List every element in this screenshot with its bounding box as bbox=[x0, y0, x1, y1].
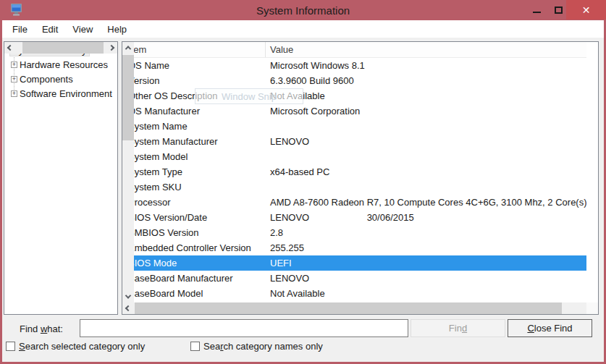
details-list-pane: Item Value OS NameMicrosoft Windows 8.1 … bbox=[122, 41, 599, 315]
tree-item-software-environment[interactable]: + Software Environment bbox=[4, 87, 112, 100]
tree-item-hardware-resources[interactable]: + Hardware Resources bbox=[4, 58, 108, 71]
table-row[interactable]: System Model bbox=[122, 149, 586, 164]
menu-file[interactable]: File bbox=[5, 22, 35, 37]
table-row[interactable]: SMBIOS Version2.8 bbox=[122, 225, 586, 240]
menu-help[interactable]: Help bbox=[100, 22, 134, 37]
table-row[interactable]: System Name bbox=[122, 119, 586, 134]
tree-item-label: Components bbox=[20, 74, 73, 85]
list-horizontal-scrollbar[interactable] bbox=[122, 302, 598, 314]
table-row[interactable]: OS ManufacturerMicrosoft Corporation bbox=[122, 103, 586, 119]
table-row[interactable]: OS NameMicrosoft Windows 8.1 bbox=[122, 58, 586, 73]
detail-rows: OS NameMicrosoft Windows 8.1 Version6.3.… bbox=[122, 58, 586, 301]
category-tree-pane: System Summary + Hardware Resources + Co… bbox=[4, 41, 118, 315]
menu-bar: File Edit View Help bbox=[2, 20, 604, 38]
column-header-item[interactable]: Item bbox=[122, 42, 266, 57]
search-category-names-checkbox[interactable]: Search category names only bbox=[190, 341, 323, 352]
scroll-right-icon[interactable] bbox=[106, 42, 117, 54]
title-bar[interactable]: System Information ✕ bbox=[0, 0, 606, 20]
scrollbar-corner bbox=[586, 302, 598, 314]
close-icon: ✕ bbox=[582, 4, 591, 16]
maximize-button[interactable] bbox=[550, 0, 566, 20]
expand-plus-icon[interactable]: + bbox=[11, 76, 17, 82]
find-input[interactable] bbox=[80, 319, 408, 337]
tree-hscroll-thumb[interactable] bbox=[22, 42, 104, 54]
checkbox-icon[interactable] bbox=[190, 342, 200, 351]
table-row[interactable]: BaseBoard ManufacturerLENOVO bbox=[122, 271, 586, 286]
checkbox-icon[interactable] bbox=[6, 342, 15, 351]
client-area: File Edit View Help System Summary + Har… bbox=[2, 20, 604, 362]
table-row[interactable]: Version6.3.9600 Build 9600 bbox=[122, 73, 586, 88]
menu-view[interactable]: View bbox=[65, 22, 100, 37]
tree-horizontal-scrollbar[interactable] bbox=[4, 42, 117, 54]
table-row[interactable]: System Typex64-based PC bbox=[122, 164, 586, 179]
find-button[interactable]: Find bbox=[411, 319, 505, 337]
scroll-down-icon[interactable] bbox=[122, 291, 134, 302]
table-row[interactable]: System ManufacturerLENOVO bbox=[122, 134, 586, 149]
table-row[interactable]: System SKU bbox=[122, 179, 586, 195]
tree-item-label: Hardware Resources bbox=[20, 59, 108, 70]
column-header-value[interactable]: Value bbox=[266, 42, 586, 57]
search-selected-category-checkbox[interactable]: Search selected category only bbox=[6, 341, 145, 352]
table-row[interactable]: Embedded Controller Version255.255 bbox=[122, 240, 586, 255]
expand-plus-icon[interactable]: + bbox=[11, 90, 17, 97]
table-row-selected[interactable]: BIOS ModeUEFI bbox=[122, 255, 586, 271]
find-what-label: Find what: bbox=[20, 323, 63, 334]
tree-item-label: Software Environment bbox=[20, 88, 112, 99]
list-header: Item Value bbox=[122, 42, 586, 58]
minimize-button[interactable] bbox=[523, 0, 550, 20]
window-title: System Information bbox=[0, 4, 606, 17]
scroll-left-icon[interactable] bbox=[122, 302, 134, 314]
menu-edit[interactable]: Edit bbox=[35, 22, 65, 37]
checkbox-label: Search category names only bbox=[203, 341, 323, 352]
table-row[interactable]: BIOS Version/DateLENOVO 30/06/2015 bbox=[122, 210, 586, 225]
list-hscroll-thumb[interactable] bbox=[135, 302, 562, 314]
list-vscroll-thumb[interactable] bbox=[122, 55, 134, 140]
system-information-window: System Information ✕ File Edit View Help… bbox=[0, 0, 606, 364]
list-vertical-scrollbar[interactable] bbox=[122, 42, 134, 302]
close-find-button[interactable]: Close Find bbox=[508, 319, 592, 337]
table-row[interactable]: ProcessorAMD A8-7600 Radeon R7, 10 Compu… bbox=[122, 195, 586, 210]
expand-plus-icon[interactable]: + bbox=[11, 62, 17, 68]
maximize-icon bbox=[555, 7, 563, 14]
close-button[interactable]: ✕ bbox=[566, 0, 606, 20]
scroll-left-icon[interactable] bbox=[4, 42, 16, 54]
minimize-icon bbox=[533, 12, 541, 13]
scroll-up-icon[interactable] bbox=[122, 42, 134, 54]
tree-item-components[interactable]: + Components bbox=[4, 72, 73, 85]
checkbox-label: Search selected category only bbox=[19, 341, 145, 352]
table-row[interactable]: BaseBoard ModelNot Available bbox=[122, 286, 586, 301]
table-row[interactable]: Other OS DescriptionNot Available bbox=[122, 88, 586, 103]
